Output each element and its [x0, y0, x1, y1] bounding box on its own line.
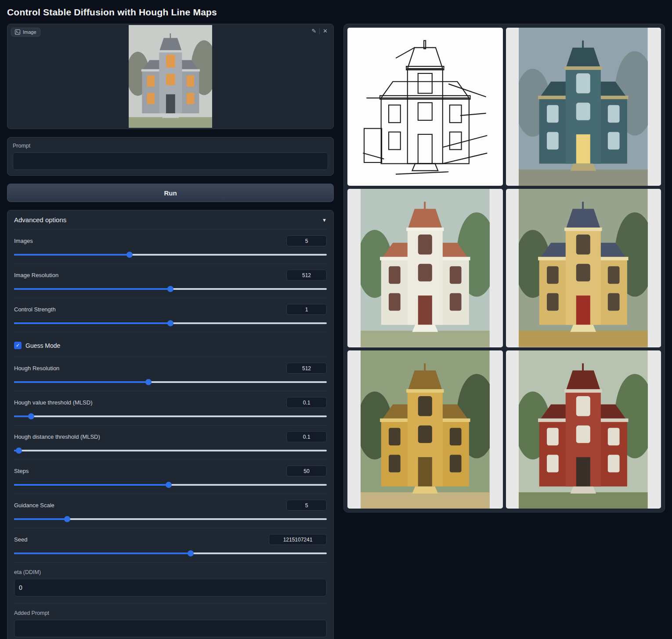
- page-title: Control Stable Diffusion with Hough Line…: [7, 7, 665, 18]
- gallery-item-white-victorian-painting[interactable]: [347, 189, 503, 347]
- icon-divider: [319, 28, 320, 34]
- slider-value-hough-distance-threshold-mlsd[interactable]: 0.1: [286, 431, 327, 442]
- app-root: Control Stable Diffusion with Hough Line…: [0, 0, 672, 639]
- slider-fill: [14, 484, 169, 486]
- slider-value-images[interactable]: 5: [286, 235, 327, 246]
- slider-fill: [14, 322, 170, 324]
- gallery-item-red-victorian-painting[interactable]: [506, 350, 661, 509]
- slider-handle[interactable]: [167, 320, 173, 326]
- slider-fill: [14, 518, 67, 520]
- slider-images[interactable]: [14, 252, 327, 258]
- slider-track[interactable]: [14, 450, 327, 451]
- prompt-input[interactable]: [13, 152, 328, 170]
- slider-hough-distance-threshold-mlsd[interactable]: [14, 448, 327, 454]
- slider-handle[interactable]: [126, 252, 133, 258]
- input-image[interactable]: [8, 25, 332, 128]
- slider-label-control-strength: Control Strength: [14, 306, 56, 313]
- slider-label-images: Images: [14, 238, 33, 244]
- slider-value-image-resolution[interactable]: 512: [286, 270, 327, 281]
- slider-handle[interactable]: [166, 482, 172, 488]
- added-prompt-label: Added Prompt: [14, 610, 327, 616]
- slider-handle[interactable]: [167, 286, 173, 292]
- slider-image-resolution[interactable]: [14, 286, 327, 292]
- slider-label-hough-resolution: Hough Resolution: [14, 365, 59, 372]
- slider-handle[interactable]: [145, 379, 152, 385]
- gallery-item-hough-line-map[interactable]: [347, 28, 503, 186]
- slider-fill: [14, 288, 170, 290]
- slider-hough-value-threshold-mlsd[interactable]: [14, 413, 327, 419]
- slider-handle[interactable]: [188, 550, 194, 556]
- slider-hough-resolution[interactable]: [14, 379, 327, 385]
- advanced-options-panel: Advanced options ▼ Images 5 Image Resolu…: [7, 210, 334, 639]
- slider-label-hough-distance-threshold-mlsd: Hough distance threshold (MLSD): [14, 433, 100, 440]
- gallery-item-teal-victorian-painting[interactable]: [506, 28, 661, 186]
- slider-steps[interactable]: [14, 482, 327, 488]
- guess-mode-checkbox[interactable]: ✓ Guess Mode: [14, 338, 327, 354]
- advanced-options-accordion[interactable]: Advanced options ▼: [7, 210, 333, 229]
- slider-value-hough-resolution[interactable]: 512: [286, 363, 327, 374]
- run-button[interactable]: Run: [7, 184, 334, 202]
- clear-icon-button[interactable]: ✕: [321, 27, 330, 35]
- gallery-item-tan-victorian-painting[interactable]: [506, 189, 661, 347]
- image-label-badge: Image: [11, 28, 40, 36]
- slider-label-seed: Seed: [14, 536, 27, 543]
- slider-fill: [14, 381, 148, 383]
- slider-value-seed[interactable]: 1215107241: [269, 534, 327, 545]
- slider-guidance-scale[interactable]: [14, 516, 327, 522]
- slider-label-steps: Steps: [14, 468, 29, 474]
- slider-fill: [14, 254, 130, 256]
- image-input-panel: Image ✎ ✕: [7, 24, 334, 129]
- slider-value-control-strength[interactable]: 1: [286, 304, 327, 315]
- slider-fill: [14, 552, 191, 554]
- slider-track[interactable]: [14, 415, 327, 417]
- image-icon: [15, 29, 20, 35]
- checkbox-label: Guess Mode: [25, 342, 60, 349]
- slider-value-hough-value-threshold-mlsd[interactable]: 0.1: [286, 397, 327, 408]
- eta-ddim-input[interactable]: [14, 579, 327, 596]
- slider-handle[interactable]: [28, 413, 34, 419]
- slider-seed[interactable]: [14, 550, 327, 556]
- slider-value-steps[interactable]: 50: [286, 466, 327, 477]
- result-gallery: [343, 24, 665, 513]
- checkbox-check-icon: ✓: [14, 342, 22, 349]
- slider-handle[interactable]: [16, 448, 22, 454]
- edit-icon-button[interactable]: ✎: [309, 27, 318, 35]
- image-label: Image: [23, 29, 36, 35]
- slider-value-guidance-scale[interactable]: 5: [286, 500, 327, 511]
- chevron-down-icon: ▼: [322, 217, 327, 223]
- prompt-label: Prompt: [13, 143, 328, 149]
- eta-ddim-label: eta (DDIM): [14, 569, 327, 575]
- gallery-item-gold-victorian-painting[interactable]: [347, 350, 503, 509]
- slider-control-strength[interactable]: [14, 320, 327, 326]
- slider-label-image-resolution: Image Resolution: [14, 272, 58, 278]
- added-prompt-input[interactable]: [14, 620, 327, 637]
- slider-handle[interactable]: [64, 516, 70, 522]
- prompt-panel: Prompt: [7, 137, 334, 176]
- slider-label-guidance-scale: Guidance Scale: [14, 502, 54, 509]
- advanced-options-label: Advanced options: [14, 216, 66, 224]
- slider-label-hough-value-threshold-mlsd: Hough value threshold (MLSD): [14, 399, 92, 406]
